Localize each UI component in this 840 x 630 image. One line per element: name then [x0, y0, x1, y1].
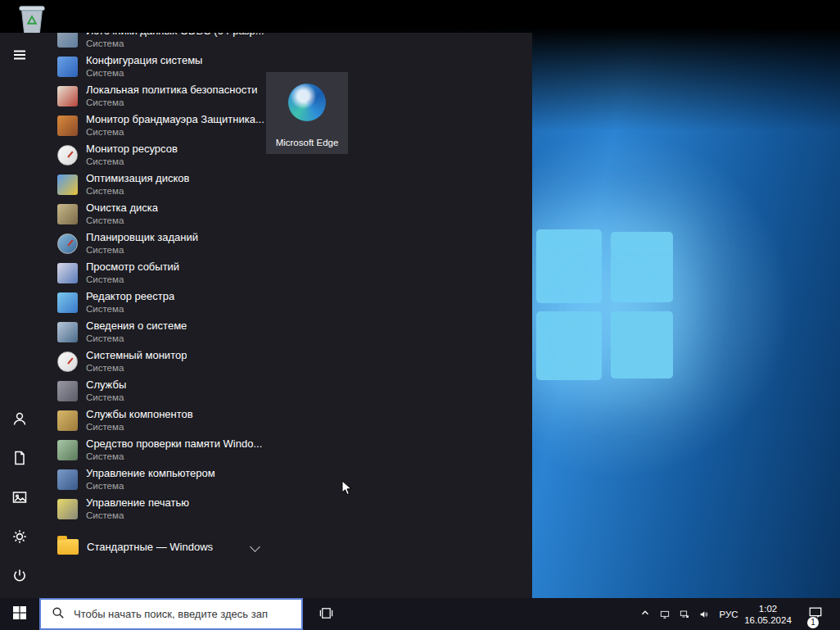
app-title: Локальная политика безопасности [86, 84, 257, 97]
start-menu-folder-standard-windows[interactable]: Стандартные — Windows [39, 530, 270, 563]
taskbar: РУС 1:02 16.05.2024 1 [0, 598, 840, 630]
windows-start-icon [13, 606, 26, 622]
start-menu-app[interactable]: Редактор реестраСистема [39, 288, 270, 317]
mouse-cursor [341, 480, 353, 500]
expand-menu-button[interactable] [0, 36, 39, 75]
app-subtitle: Система [86, 67, 202, 79]
start-menu-rail [0, 33, 39, 598]
windows-wallpaper-logo [611, 232, 673, 302]
tile-microsoft-edge[interactable]: Microsoft Edge [266, 72, 348, 154]
print-management-icon [57, 499, 78, 519]
start-menu-app[interactable]: Монитор ресурсовСистема [39, 140, 270, 170]
hidden-icons-button[interactable] [635, 598, 656, 630]
recycle-bin-icon[interactable] [16, 2, 49, 36]
start-menu-app[interactable]: Конфигурация системыСистема [39, 52, 270, 81]
app-subtitle: Система [86, 480, 215, 492]
component-services-icon [57, 410, 78, 431]
documents-icon [11, 450, 28, 469]
folder-label: Стандартные — Windows [87, 541, 213, 553]
pictures-button[interactable] [0, 478, 39, 518]
disk-cleanup-icon [57, 204, 78, 224]
settings-gear-icon [11, 528, 28, 547]
system-information-icon [57, 322, 78, 342]
start-menu-app[interactable]: Сведения о системеСистема [39, 317, 270, 347]
app-subtitle: Система [86, 126, 264, 138]
power-icon [11, 568, 28, 587]
services-icon [57, 381, 78, 401]
app-title: Конфигурация системы [86, 54, 202, 67]
windows-wallpaper-logo [536, 311, 602, 380]
start-menu-app[interactable]: Управление печатьюСистема [39, 494, 270, 523]
event-viewer-icon [57, 263, 78, 283]
clock-time: 1:02 [759, 603, 777, 614]
app-subtitle: Система [86, 38, 264, 49]
edge-icon [288, 84, 326, 121]
local-security-policy-icon [57, 86, 78, 107]
power-button[interactable] [0, 557, 39, 596]
app-subtitle: Система [86, 185, 189, 197]
defragment-drives-icon [57, 174, 78, 195]
tray-network-icon[interactable] [675, 598, 694, 630]
app-title: Очистка диска [86, 202, 158, 215]
search-input[interactable] [72, 607, 301, 621]
start-menu-app[interactable]: Средство проверки памяти Windo...Система [39, 435, 270, 465]
app-title: Просмотр событий [86, 261, 179, 274]
start-menu-app[interactable]: Службы компонентовСистема [39, 406, 270, 435]
app-subtitle: Система [86, 244, 198, 256]
language-indicator[interactable]: РУС [714, 598, 743, 630]
hamburger-icon [11, 47, 28, 66]
task-scheduler-icon [57, 233, 78, 254]
app-subtitle: Система [86, 274, 179, 285]
start-menu-app[interactable]: Управление компьютеромСистема [39, 465, 270, 494]
taskbar-search-box[interactable] [39, 598, 303, 630]
app-title: Монитор брандмауэра Защитника... [86, 113, 264, 126]
app-title: Сведения о системе [86, 320, 187, 333]
windows-wallpaper-logo [611, 311, 673, 378]
start-button[interactable] [0, 598, 39, 630]
app-subtitle: Система [86, 421, 193, 433]
app-title: Управление компьютером [86, 467, 215, 480]
app-title: Службы [86, 378, 126, 392]
clock-date: 16.05.2024 [744, 614, 792, 626]
firewall-monitor-icon [57, 116, 78, 136]
chevron-up-icon [639, 607, 651, 621]
account-button[interactable] [0, 400, 39, 439]
app-title: Оптимизация дисков [86, 172, 189, 185]
windows-wallpaper-logo [536, 229, 602, 303]
odbc-data-sources-icon [57, 33, 78, 48]
tray-volume-icon[interactable] [694, 598, 714, 630]
task-view-icon [318, 605, 334, 623]
system-configuration-icon [57, 57, 78, 77]
start-menu-app[interactable]: Просмотр событийСистема [39, 258, 270, 288]
clock[interactable]: 1:02 16.05.2024 [742, 598, 794, 630]
notification-badge: 1 [807, 617, 819, 628]
start-menu-app[interactable]: СлужбыСистема [39, 376, 270, 406]
start-menu-app[interactable]: Источники данных ODBC (64-разр...Система [39, 33, 270, 52]
chevron-down-icon[interactable] [250, 542, 260, 552]
start-menu-app[interactable]: Оптимизация дисковСистема [39, 170, 270, 199]
start-menu-app[interactable]: Очистка дискаСистема [39, 199, 270, 229]
start-menu-app[interactable]: Системный мониторСистема [39, 347, 270, 376]
app-title: Монитор ресурсов [86, 143, 178, 156]
start-menu: Источники данных ODBC (64-разр...Система… [0, 33, 532, 598]
search-icon [52, 606, 65, 623]
tile-label: Microsoft Edge [266, 138, 348, 147]
app-title: Редактор реестра [86, 290, 174, 303]
app-title: Службы компонентов [86, 408, 193, 421]
registry-editor-icon [57, 292, 78, 313]
documents-button[interactable] [0, 439, 39, 478]
account-icon [11, 410, 28, 429]
start-menu-app[interactable]: Планировщик заданийСистема [39, 229, 270, 258]
start-menu-app[interactable]: Монитор брандмауэра Защитника...Система [39, 111, 270, 140]
action-center-button[interactable]: 1 [797, 598, 833, 630]
tray-device-icon[interactable] [655, 598, 675, 630]
start-menu-app[interactable]: Локальная политика безопасностиСистема [39, 81, 270, 111]
app-title: Системный монитор [86, 349, 187, 362]
app-title: Средство проверки памяти Windo... [86, 437, 262, 451]
settings-button[interactable] [0, 518, 39, 557]
app-subtitle: Система [86, 362, 187, 374]
task-view-button[interactable] [308, 598, 344, 630]
resource-monitor-icon [57, 145, 78, 165]
pictures-icon [11, 489, 28, 508]
app-subtitle: Система [86, 451, 262, 462]
